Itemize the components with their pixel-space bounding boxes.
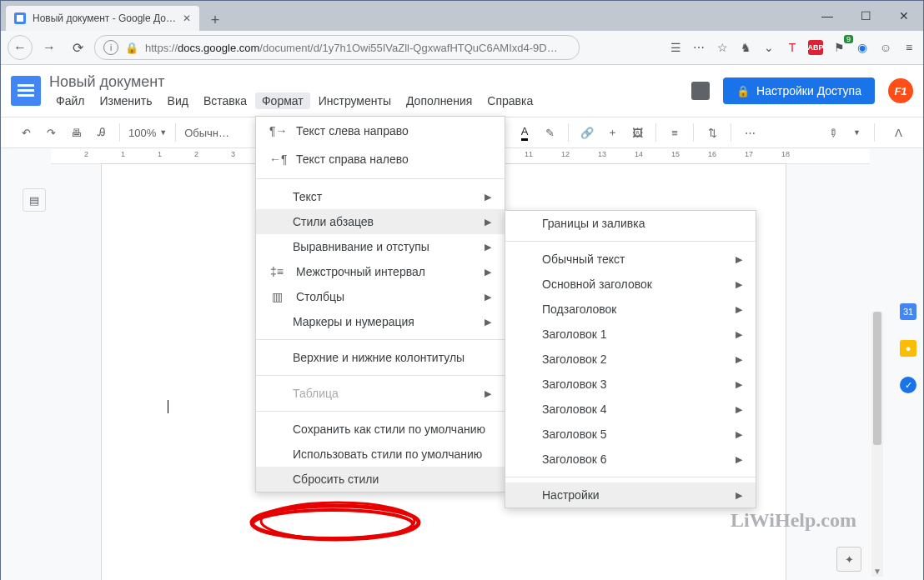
submenu-arrow-icon: ▶ [736,304,742,315]
keep-icon[interactable]: ● [900,340,916,357]
insert-image-button[interactable]: 🖼 [627,122,647,142]
comments-icon[interactable] [691,82,710,100]
ruler-tick: 15 [671,150,680,158]
tab-close-icon[interactable]: ✕ [183,12,191,24]
submenu-arrow-icon: ▶ [736,329,742,340]
ext-flag-icon[interactable]: ⚑ [831,40,846,55]
nav-reload-button[interactable]: ⟳ [66,36,89,59]
ltr-icon: ¶→ [269,124,284,138]
library-icon[interactable]: ♞ [738,40,753,55]
browser-toolbar: ← → ⟳ i 🔒 https://docs.google.com/docume… [1,31,923,65]
hide-menus-button[interactable]: ᐱ [888,122,908,142]
menu-save-default-styles[interactable]: Сохранить как стили по умолчанию [256,417,505,442]
menu-style-h4[interactable]: Заголовок 4▶ [505,397,756,422]
bookmark-star-icon[interactable]: ☆ [715,40,730,55]
text-color-button[interactable]: A [515,122,535,142]
reader-mode-icon[interactable]: ☰ [668,40,683,55]
address-bar[interactable]: i 🔒 https://docs.google.com/document/d/1… [94,35,580,60]
insert-link-button[interactable]: 🔗 [577,122,597,142]
ext-t-icon[interactable]: T [785,40,800,55]
menu-file[interactable]: Файл [49,92,91,109]
insert-comment-button[interactable]: ＋ [602,122,622,142]
vertical-scrollbar[interactable]: ▼ [871,312,883,577]
submenu-arrow-icon: ▶ [485,192,491,202]
explore-button[interactable]: ✦ [836,547,861,572]
menu-style-settings[interactable]: Настройки▶ [505,482,756,508]
menu-insert[interactable]: Вставка [197,92,254,109]
menu-bullets-numbering[interactable]: Маркеры и нумерация▶ [256,309,505,334]
avatar[interactable]: F1 [888,78,913,103]
submenu-arrow-icon: ▶ [736,429,742,440]
editing-mode-button[interactable]: ✎ [819,118,847,147]
submenu-arrow-icon: ▶ [485,388,491,399]
menu-style-h5[interactable]: Заголовок 5▶ [505,422,756,447]
close-window-button[interactable]: ✕ [885,1,923,31]
menu-tools[interactable]: Инструменты [312,92,398,109]
menu-use-default-styles[interactable]: Использовать стили по умолчанию [256,442,505,467]
menu-help[interactable]: Справка [480,92,540,109]
menu-columns[interactable]: ▥Столбцы▶ [256,284,505,309]
menu-addons[interactable]: Дополнения [399,92,479,109]
share-lock-icon: 🔒 [736,85,750,98]
line-spacing-icon: ‡≡ [269,265,284,278]
share-button[interactable]: 🔒 Настройки Доступа [723,78,875,104]
line-spacing-button[interactable]: ⇅ [702,122,722,142]
undo-button[interactable]: ↶ [16,122,36,142]
account-icon[interactable]: ☺ [878,40,893,55]
menu-style-normal[interactable]: Обычный текст▶ [505,247,756,272]
calendar-icon[interactable]: 31 [900,303,916,320]
print-button[interactable]: 🖶 [66,122,86,142]
ext-abp-icon[interactable]: ABP [808,40,823,55]
outline-toggle-button[interactable]: ▤ [23,188,46,212]
menu-format[interactable]: Формат [255,92,310,109]
menu-align-indent[interactable]: Выравнивание и отступы▶ [256,234,505,259]
menu-borders-shading[interactable]: Границы и заливка [505,211,756,236]
menu-style-h1[interactable]: Заголовок 1▶ [505,322,756,347]
scrollbar-thumb[interactable] [873,312,881,445]
redo-button[interactable]: ↷ [41,122,61,142]
menu-style-subtitle[interactable]: Подзаголовок▶ [505,297,756,322]
menu-text-ltr[interactable]: ¶→Текст слева направо [256,117,505,145]
menu-view[interactable]: Вид [161,92,195,109]
submenu-arrow-icon: ▶ [736,454,742,465]
menu-headers-footers[interactable]: Верхние и нижние колонтитулы [256,345,505,370]
ruler-tick: 12 [561,150,570,158]
ruler-tick: 1 [158,150,162,158]
paint-format-button[interactable]: Ꭿ [91,122,111,142]
menu-style-h2[interactable]: Заголовок 2▶ [505,347,756,372]
menu-style-h3[interactable]: Заголовок 3▶ [505,372,756,397]
menu-text-rtl[interactable]: ←¶Текст справа налево [256,145,505,173]
docs-menubar: Файл Изменить Вид Вставка Формат Инструм… [49,92,540,109]
paragraph-style-select[interactable]: Обычн… [184,127,229,139]
pocket-icon[interactable]: ⌄ [761,40,776,55]
ext-camera-icon[interactable]: ◉ [855,40,870,55]
maximize-button[interactable]: ☐ [846,1,885,31]
menu-paragraph-styles[interactable]: Стили абзацев▶ [256,209,505,234]
tasks-icon[interactable]: ✓ [900,377,916,393]
site-info-icon[interactable]: i [103,40,118,55]
scroll-down-arrow[interactable]: ▼ [871,565,883,577]
highlight-button[interactable]: ✎ [540,122,560,142]
submenu-arrow-icon: ▶ [736,404,742,415]
more-icon[interactable]: ⋯ [691,40,706,55]
menu-line-spacing[interactable]: ‡≡Межстрочный интервал▶ [256,259,505,284]
menu-reset-styles[interactable]: Сбросить стили [256,467,505,492]
menu-style-title[interactable]: Основной заголовок▶ [505,272,756,297]
new-tab-button[interactable]: + [204,9,226,31]
doc-title[interactable]: Новый документ [49,73,540,91]
more-tools-button[interactable]: ⋯ [740,122,760,142]
nav-forward-button[interactable]: → [38,36,61,59]
menu-style-h6[interactable]: Заголовок 6▶ [505,447,756,472]
url-text: https://docs.google.com/document/d/1y7h1… [145,42,558,54]
browser-tab[interactable]: Новый документ - Google До… ✕ [6,6,199,31]
zoom-select[interactable]: 100%▼ [128,127,167,139]
docs-logo-icon[interactable] [11,76,41,106]
menu-edit[interactable]: Изменить [93,92,158,109]
ruler-tick: 16 [708,150,716,158]
browser-menu-icon[interactable]: ≡ [901,40,916,55]
menu-text[interactable]: Текст▶ [256,184,505,209]
align-button[interactable]: ≡ [665,122,685,142]
nav-back-button[interactable]: ← [8,35,33,60]
minimize-button[interactable]: — [808,1,846,31]
ruler-tick: 11 [525,150,533,158]
